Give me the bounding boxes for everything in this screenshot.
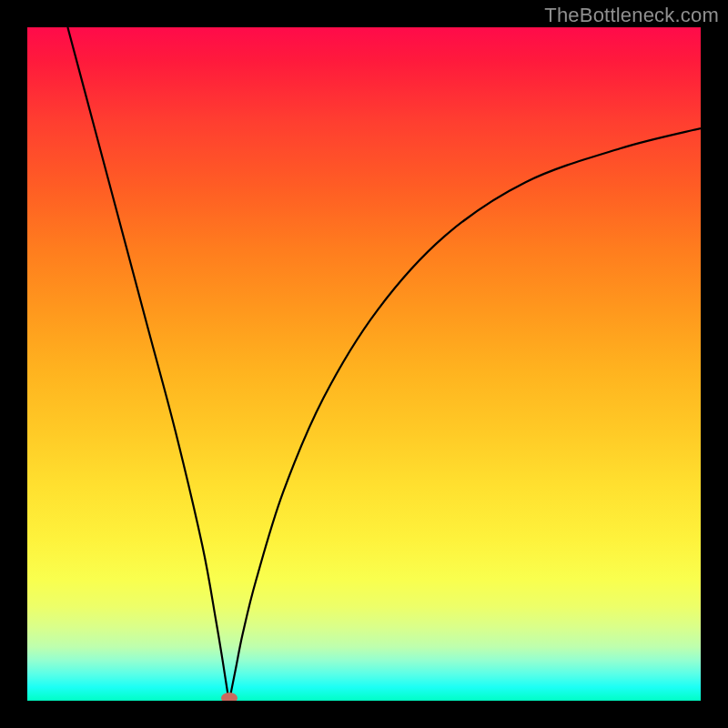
bottleneck-curve: [27, 27, 701, 701]
curve-line: [67, 27, 701, 701]
plot-area: [27, 27, 701, 701]
minimum-marker: [221, 693, 238, 701]
watermark-text: TheBottleneck.com: [544, 4, 719, 27]
chart-frame: TheBottleneck.com: [0, 0, 728, 728]
